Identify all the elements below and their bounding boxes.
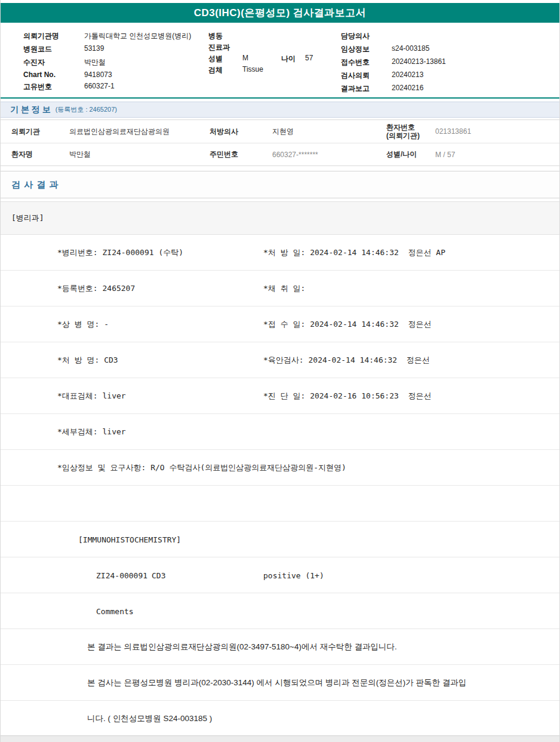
comment-line: 니다. ( 인천성모병원 S24-003185 ) [87,713,212,724]
table-row: 의뢰기관 의료법인삼광의료재단삼광의원 처방의사 지현영 환자번호 (의뢰기관)… [1,120,559,143]
referral-org-value: 가톨릭대학교 인천성모병원(병리) [84,31,208,41]
clinical-info-value: s24-003185 [392,44,559,54]
results-title: 검 사 결 과 [11,179,59,191]
sex-age-value: M / 57 [432,151,559,159]
referrer-label: 의뢰기관 [1,127,60,136]
collection-date: *채 취 일: [263,283,305,294]
result-detail-row: *임상정보 및 요구사항: R/O 수탁검사(의료법인삼광의료재단삼광의원-지현… [1,450,559,486]
sub-specimen: *세부검체: liver [57,427,126,437]
results-section-header: 검 사 결 과 [1,171,559,198]
age-label: 나이 [281,54,305,62]
request-date-label: 검사의뢰 [341,70,392,81]
referral-org-label: 의뢰기관명 [23,31,84,41]
comment-row: 본 결과는 의료법인삼광의료재단삼광의원(02-3497-5180~4)에서 재… [1,629,559,665]
result-detail-row: *처 방 명: CD3 *육안검사: 2024-02-14 14:46:32 정… [1,342,559,378]
clinical-info-label: 임상정보 [341,44,392,54]
request-date-value: 20240213 [392,70,559,81]
registration-no: *등록번호: 2465207 [57,283,135,294]
examinee-value: 박만철 [84,57,208,68]
chart-no-value: 9418073 [84,70,208,79]
comment-row: 니다. ( 인천성모병원 S24-003185 ) [1,701,559,737]
accession-no-value: 20240213-13861 [392,57,559,68]
specimen-value: Tissue [242,65,263,73]
sex-value: M [242,54,281,62]
receipt-date: *접 수 일: 2024-02-14 14:46:32 정은선 [263,319,432,330]
hospital-code-value: 53139 [84,44,208,54]
referrer-value: 의료법인삼광의료재단삼광의원 [60,127,204,137]
accession-no-label: 접수번호 [341,57,392,68]
immunohistochemistry-label: [IMMUNOHISTOCHEMISTRY] [78,535,181,544]
order-info-column: 담당의사 임상정보 s24-003185 접수번호 20240213-13861… [341,31,559,97]
unique-no-label: 고유번호 [23,82,84,92]
header-info-block: 의뢰기관명 가톨릭대학교 인천성모병원(병리) 병원코드 53139 수진자 박… [1,23,559,97]
physician-label: 담당의사 [341,31,392,41]
header-divider [1,97,559,99]
patient-name-label: 환자명 [1,150,60,158]
physician-value [392,31,559,41]
age-value: 57 [305,54,313,62]
pathology-no: *병리번호: ZI24-000091 (수탁) [57,247,183,258]
basic-info-section-header: 기 본 정 보 (등록번호 : 2465207) [1,102,559,118]
table-row: 환자명 박만철 주민번호 660327-******* 성별/나이 M / 57 [1,143,559,165]
basic-info-subtitle: (등록번호 : 2465207) [56,105,117,114]
diagnosis-name: *상 병 명: - [57,319,109,330]
specimen-label: 검체 [208,65,242,73]
result-detail-row: *세부검체: liver [1,414,559,450]
sex-label: 성별 [208,54,242,62]
hospital-code-label: 병원코드 [23,44,84,54]
sex-age-label: 성별/나이 [381,150,432,158]
chart-no-label: Chart No. [23,70,84,79]
result-section-label-row: [IMMUNOHISTOCHEMISTRY] [1,522,559,557]
department-band: [병리과] [1,201,559,235]
comment-row: 본 검사는 은평성모병원 병리과(02-2030-3144) 에서 시행되었으며… [1,665,559,701]
result-line-row: ZI24-000091 CD3 positive (1+) [1,557,559,593]
gross-exam-date: *육안검사: 2024-02-14 14:46:32 정은선 [263,355,430,366]
horizontal-scrollbar[interactable] [1,735,559,742]
result-specimen-id: ZI24-000091 [96,571,147,580]
report-date-value: 20240216 [392,84,559,94]
result-detail-row [1,486,559,522]
department-label: 진료과 [208,42,230,51]
resident-no-value: 660327-******* [263,151,381,159]
diagnosis-date: *진 단 일: 2024-02-16 10:56:23 정은선 [263,391,432,401]
patient-name-value: 박만철 [60,149,204,160]
department-name: [병리과] [11,213,44,223]
result-test-name: CD3 [152,571,165,580]
report-page: CD3(IHC)(은평성모) 검사결과보고서 의뢰기관명 가톨릭대학교 인천성모… [0,0,560,742]
result-detail-row: *상 병 명: - *접 수 일: 2024-02-14 14:46:32 정은… [1,306,559,342]
resident-no-label: 주민번호 [204,150,263,158]
result-detail-row: *대표검체: liver *진 단 일: 2024-02-16 10:56:23… [1,378,559,414]
ward-label: 병동 [208,31,223,39]
order-date: *처 방 일: 2024-02-14 14:46:32 정은선 AP [263,247,445,258]
basic-info-title: 기 본 정 보 [10,105,51,115]
order-name: *처 방 명: CD3 [57,355,118,366]
report-date-label: 결과보고 [341,84,392,94]
patient-no-value: 021313861 [432,127,559,136]
referral-info-column: 의뢰기관명 가톨릭대학교 인천성모병원(병리) 병원코드 53139 수진자 박… [23,31,208,97]
prescriber-label: 처방의사 [204,127,263,136]
comments-label-row: Comments [1,593,559,629]
comment-line: 본 검사는 은평성모병원 병리과(02-2030-3144) 에서 시행되었으며… [87,677,466,688]
report-title-bar: CD3(IHC)(은평성모) 검사결과보고서 [1,3,559,23]
result-detail-row: *병리번호: ZI24-000091 (수탁) *처 방 일: 2024-02-… [1,235,559,271]
result-value: positive (1+) [263,571,324,580]
examinee-label: 수진자 [23,57,84,68]
comments-label: Comments [96,606,134,615]
main-specimen: *대표검체: liver [57,391,126,401]
patient-demo-column: 병동 진료과 성별 M 나이 57 검체 Tissue [208,31,341,97]
patient-no-label: 환자번호 (의뢰기관) [381,123,432,140]
clinical-request-info: *임상정보 및 요구사항: R/O 수탁검사(의료법인삼광의료재단삼광의원-지현… [57,462,346,473]
basic-info-table: 의뢰기관 의료법인삼광의료재단삼광의원 처방의사 지현영 환자번호 (의뢰기관)… [1,119,559,166]
report-title: CD3(IHC)(은평성모) 검사결과보고서 [194,6,367,20]
unique-no-value: 660327-1 [84,82,208,92]
prescriber-value: 지현영 [263,127,381,137]
comment-line: 본 결과는 의료법인삼광의료재단삼광의원(02-3497-5180~4)에서 재… [87,642,397,652]
result-detail-row: *등록번호: 2465207 *채 취 일: [1,271,559,306]
